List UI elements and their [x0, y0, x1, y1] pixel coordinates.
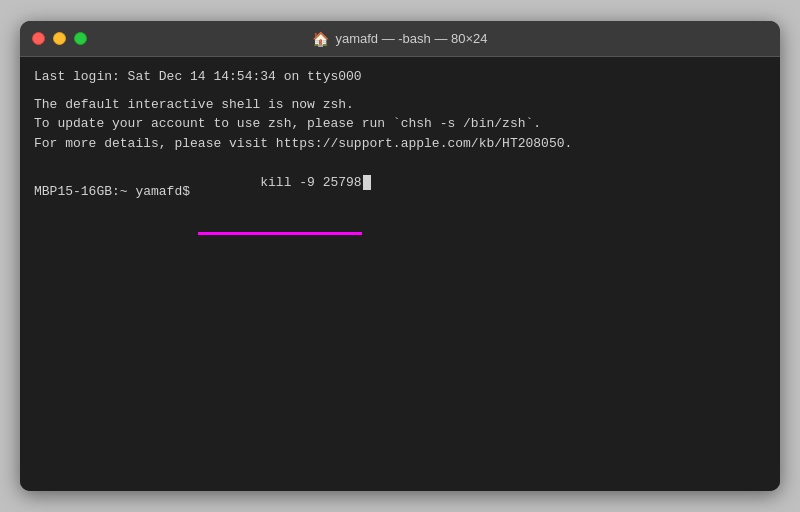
house-icon: 🏠 [312, 31, 329, 47]
title-label: yamafd — -bash — 80×24 [335, 31, 487, 46]
command-input-line[interactable]: MBP15-16GB:~ yamafd$ kill -9 25798 [34, 153, 766, 231]
window-title: 🏠 yamafd — -bash — 80×24 [312, 31, 487, 47]
zsh-notice-line1: The default interactive shell is now zsh… [34, 95, 766, 115]
zsh-notice-line3: For more details, please visit https://s… [34, 134, 766, 154]
terminal-body[interactable]: Last login: Sat Dec 14 14:54:34 on ttys0… [20, 57, 780, 491]
close-button[interactable] [32, 32, 45, 45]
zsh-notice-line2: To update your account to use zsh, pleas… [34, 114, 766, 134]
minimize-button[interactable] [53, 32, 66, 45]
login-line: Last login: Sat Dec 14 14:54:34 on ttys0… [34, 67, 766, 87]
shell-prompt: MBP15-16GB:~ yamafd$ [34, 182, 198, 202]
terminal-window: 🏠 yamafd — -bash — 80×24 Last login: Sat… [20, 21, 780, 491]
command-text: kill -9 25798 [260, 175, 361, 190]
titlebar: 🏠 yamafd — -bash — 80×24 [20, 21, 780, 57]
traffic-lights [32, 32, 87, 45]
magenta-underline [198, 232, 362, 235]
maximize-button[interactable] [74, 32, 87, 45]
cursor [363, 175, 371, 190]
